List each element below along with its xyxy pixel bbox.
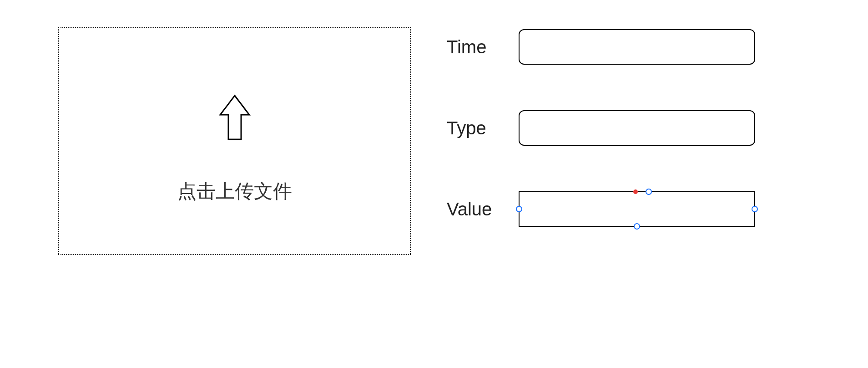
upload-dropzone[interactable]: 点击上传文件 — [58, 27, 411, 255]
upload-arrow-icon — [217, 92, 253, 147]
selection-handle-left-icon[interactable] — [516, 206, 522, 212]
selection-rotate-dot-icon — [633, 189, 638, 194]
selection-handle-top-icon[interactable] — [646, 189, 652, 195]
type-input[interactable] — [519, 110, 755, 146]
time-label: Time — [441, 37, 519, 57]
value-label: Value — [441, 199, 519, 220]
selection-handle-right-icon[interactable] — [752, 206, 758, 212]
field-row-type: Type — [441, 110, 769, 146]
field-row-time: Time — [441, 29, 769, 65]
upload-label: 点击上传文件 — [177, 179, 292, 204]
time-input[interactable] — [519, 29, 755, 65]
value-input[interactable] — [519, 191, 755, 227]
selection-handle-bottom-icon[interactable] — [634, 223, 640, 230]
field-row-value: Value — [441, 191, 769, 227]
form-area: Time Type Value — [441, 29, 769, 272]
type-label: Type — [441, 118, 519, 138]
